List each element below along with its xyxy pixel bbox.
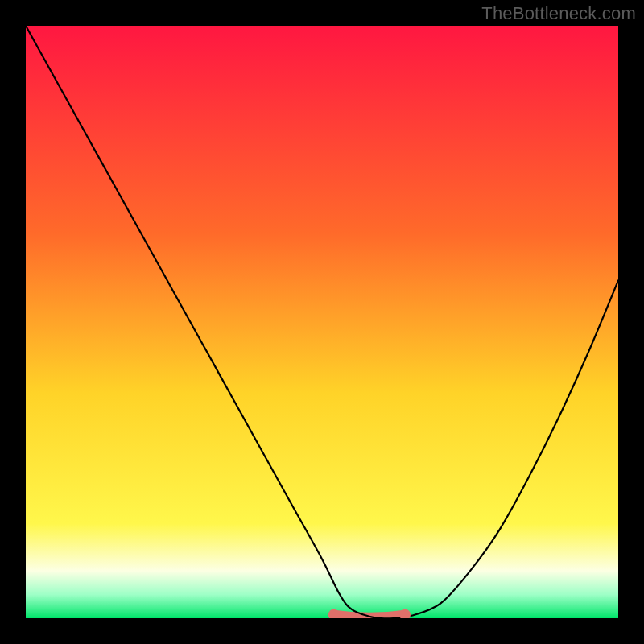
gradient-background xyxy=(26,26,618,618)
chart-frame: TheBottleneck.com xyxy=(0,0,644,644)
plot-area xyxy=(26,26,618,618)
watermark-text: TheBottleneck.com xyxy=(481,3,636,24)
chart-svg xyxy=(26,26,618,618)
